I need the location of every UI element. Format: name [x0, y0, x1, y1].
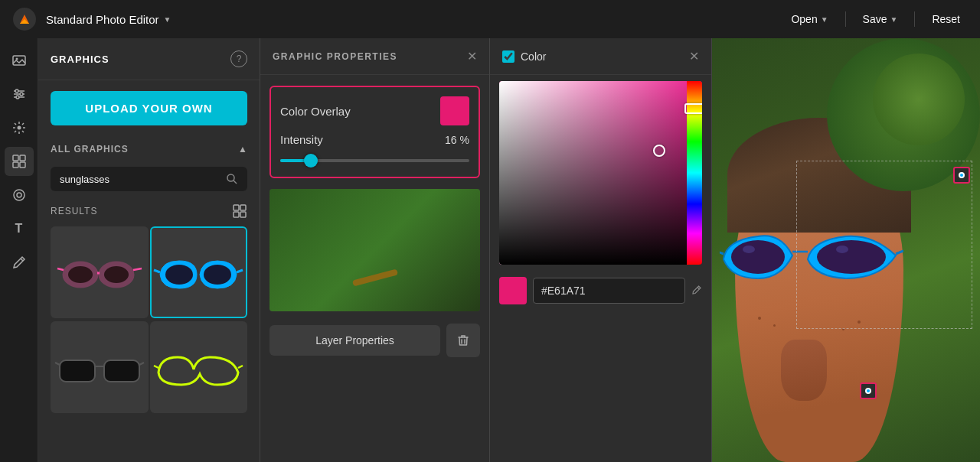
- svg-rect-19: [20, 155, 25, 161]
- color-overlay-swatch[interactable]: [440, 96, 469, 125]
- foliage-right: [873, 54, 965, 145]
- search-icon: [226, 173, 238, 185]
- properties-panel-header: GRAPHIC PROPERTIES ✕: [260, 38, 489, 75]
- text-tool-button[interactable]: T: [5, 214, 34, 243]
- sliders-icon: [11, 86, 27, 102]
- magic-tool-button[interactable]: [5, 113, 34, 142]
- trash-icon: [456, 333, 470, 347]
- reset-button[interactable]: Reset: [924, 8, 968, 30]
- edit-color-button[interactable]: [691, 285, 702, 298]
- svg-line-24: [21, 259, 23, 261]
- color-picker-title-area: Color: [502, 50, 546, 63]
- canvas-background: [712, 38, 980, 462]
- svg-line-45: [55, 363, 60, 365]
- svg-rect-20: [13, 162, 18, 168]
- topbar: Standard Photo Editor ▼ Open ▼ Save ▼ Re…: [0, 0, 980, 38]
- color-picker-close-button[interactable]: ✕: [689, 49, 699, 63]
- svg-rect-43: [104, 360, 139, 382]
- draw-tool-button[interactable]: [5, 248, 34, 277]
- svg-line-16: [15, 131, 16, 132]
- image-tool-button[interactable]: [5, 46, 34, 75]
- graphic-item-pink-glasses[interactable]: [51, 226, 149, 318]
- graphics-panel-header: GRAPHICS ?: [38, 38, 260, 80]
- graphics-panel: GRAPHICS ? UPLOAD YOUR OWN ALL GRAPHICS …: [38, 38, 260, 462]
- save-chevron-icon: ▼: [890, 15, 898, 24]
- color-preview-swatch[interactable]: [499, 277, 527, 304]
- svg-point-25: [227, 174, 234, 181]
- svg-line-13: [15, 123, 16, 125]
- results-header: Results: [38, 199, 260, 226]
- svg-point-40: [165, 265, 193, 285]
- svg-rect-42: [60, 360, 95, 382]
- svg-point-22: [14, 190, 24, 200]
- svg-point-41: [204, 265, 231, 285]
- gradient-indicator: [653, 145, 665, 157]
- app-title-button[interactable]: Standard Photo Editor ▼: [46, 13, 172, 26]
- open-button[interactable]: Open ▼: [783, 8, 835, 30]
- canvas-area: [712, 38, 980, 462]
- divider2: [914, 11, 915, 27]
- svg-line-55: [720, 251, 724, 254]
- app-title-chevron-icon: ▼: [164, 15, 172, 24]
- layer-properties-button[interactable]: Layer Properties: [270, 325, 440, 356]
- save-button[interactable]: Save ▼: [855, 8, 906, 30]
- svg-point-37: [104, 266, 129, 283]
- svg-line-46: [139, 363, 144, 365]
- hue-bar[interactable]: [687, 81, 702, 265]
- svg-point-60: [836, 246, 848, 253]
- slider-container: [280, 154, 469, 168]
- intensity-label: Intensity: [280, 133, 323, 146]
- svg-line-50: [238, 366, 243, 368]
- svg-point-8: [16, 96, 19, 99]
- svg-point-59: [743, 246, 755, 253]
- search-input[interactable]: [60, 174, 220, 185]
- handle-dot: [959, 172, 965, 178]
- log-decoration: [351, 268, 397, 286]
- color-overlay-label: Color Overlay: [280, 105, 351, 118]
- image-preview: [270, 189, 480, 311]
- svg-point-36: [68, 266, 93, 283]
- hex-input[interactable]: [533, 278, 685, 304]
- graphics-tool-button[interactable]: [5, 147, 34, 176]
- intensity-row: Intensity 16 %: [280, 133, 469, 146]
- svg-line-34: [57, 268, 64, 270]
- properties-panel-title: GRAPHIC PROPERTIES: [273, 51, 397, 62]
- svg-line-49: [154, 366, 158, 368]
- svg-point-6: [15, 89, 18, 93]
- svg-line-15: [22, 123, 24, 125]
- graphic-item-blue-glasses[interactable]: [150, 226, 248, 318]
- color-picker-header: Color ✕: [490, 38, 711, 75]
- graphic-item-yellow-glasses[interactable]: [150, 321, 248, 413]
- svg-rect-27: [234, 205, 239, 210]
- graphic-item-dark-glasses[interactable]: [51, 321, 149, 413]
- gradient-black: [499, 81, 702, 265]
- selection-handle-top-right[interactable]: [953, 167, 970, 184]
- properties-close-button[interactable]: ✕: [467, 49, 477, 63]
- color-gradient-picker[interactable]: [499, 81, 702, 265]
- reset-label: Reset: [932, 13, 960, 25]
- shapes-tool-button[interactable]: [5, 181, 34, 210]
- grid-view-icon[interactable]: [232, 203, 247, 219]
- upload-button[interactable]: UPLOAD YOUR OWN: [51, 91, 247, 125]
- intensity-value: 16 %: [445, 134, 469, 146]
- graphics-panel-title: GRAPHICS: [51, 54, 109, 65]
- adjustments-tool-button[interactable]: [5, 80, 34, 109]
- svg-line-56: [896, 251, 903, 254]
- svg-line-35: [133, 268, 142, 270]
- selection-handle-bottom-left[interactable]: [860, 382, 877, 399]
- image-icon: [11, 53, 27, 68]
- pencil-small-icon: [691, 285, 702, 295]
- collapse-icon: ▲: [238, 144, 247, 155]
- svg-point-47: [162, 360, 193, 382]
- color-input-row: [499, 277, 702, 304]
- svg-line-39: [237, 270, 243, 272]
- logo-icon: [12, 7, 37, 31]
- delete-button[interactable]: [446, 324, 480, 357]
- svg-line-26: [234, 181, 237, 184]
- all-graphics-label: ALL GRAPHICS: [51, 144, 129, 155]
- help-button[interactable]: ?: [230, 50, 247, 67]
- properties-panel: GRAPHIC PROPERTIES ✕ Color Overlay Inten…: [260, 38, 490, 462]
- svg-line-53: [697, 287, 700, 289]
- color-picker-title: Color: [521, 50, 546, 63]
- color-enable-checkbox[interactable]: [502, 50, 514, 63]
